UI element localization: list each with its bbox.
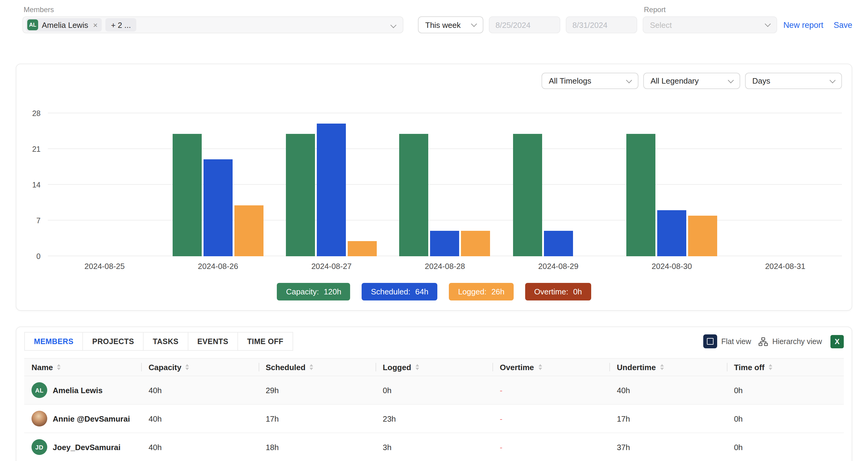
tabs-row: MEMBERSPROJECTSTASKSEVENTSTIME OFF Flat … — [17, 332, 851, 351]
legend-overtime-button[interactable]: Overtime:0h — [525, 283, 591, 301]
cell-capacity: 40h — [142, 376, 259, 404]
tab-tasks[interactable]: TASKS — [143, 332, 188, 351]
sort-icon[interactable] — [310, 364, 313, 370]
members-select[interactable]: AL Amelia Lewis × + 2 ... — [23, 17, 403, 33]
sort-icon[interactable] — [57, 364, 61, 370]
view-controls: Flat view Hierarchy view X — [703, 334, 844, 348]
bar-group-2024-08-29 — [501, 113, 615, 256]
bar-logged-2024-08-26 — [235, 205, 264, 256]
granularity-select[interactable]: Days — [745, 73, 842, 89]
name-cell: JDJoey_DevSamurai — [24, 433, 142, 461]
legend-value: 64h — [415, 287, 428, 296]
flat-view-button[interactable]: Flat view — [703, 334, 751, 348]
chip-remove-icon[interactable]: × — [93, 21, 97, 29]
member-chip-avatar: AL — [27, 20, 38, 30]
sort-icon[interactable] — [660, 364, 663, 370]
bar-scheduled-2024-08-28 — [430, 231, 460, 256]
export-excel-icon[interactable]: X — [831, 335, 844, 348]
avatar-initials: JD — [31, 439, 47, 455]
column-header-name[interactable]: Name — [24, 359, 142, 376]
tab-projects[interactable]: PROJECTS — [83, 332, 144, 351]
tab-members[interactable]: MEMBERS — [24, 332, 83, 351]
bar-scheduled-2024-08-27 — [317, 124, 346, 256]
sort-up-caret — [57, 364, 61, 367]
cell-capacity: 40h — [142, 405, 259, 433]
sort-icon[interactable] — [415, 364, 419, 370]
sort-down-caret — [769, 368, 772, 370]
save-button[interactable]: Save — [834, 20, 852, 29]
sort-down-caret — [415, 368, 419, 370]
column-label: Overtime — [500, 363, 534, 372]
chevron-down-icon — [471, 21, 477, 27]
member-chip: AL Amelia Lewis × — [26, 18, 102, 31]
column-label: Scheduled — [266, 363, 306, 372]
cell-logged: 23h — [376, 405, 493, 433]
start-date-input[interactable] — [489, 17, 560, 33]
legendary-filter-value: All Legendary — [651, 76, 699, 85]
sort-up-caret — [660, 364, 663, 367]
flat-view-icon — [703, 334, 717, 348]
report-label: Report — [643, 5, 777, 14]
x-axis-label: 2024-08-29 — [501, 262, 615, 271]
members-filter-group: Members AL Amelia Lewis × + 2 ... — [23, 5, 403, 33]
y-axis-tick: 21 — [32, 145, 40, 153]
bar-capacity-2024-08-27 — [286, 133, 315, 256]
bar-logged-2024-08-28 — [461, 231, 490, 256]
legend-logged-button[interactable]: Logged:26h — [449, 283, 513, 301]
cell-overtime: - — [492, 433, 610, 461]
legend-scheduled-button[interactable]: Scheduled:64h — [362, 283, 438, 301]
cell-undertime: 37h — [610, 433, 727, 461]
tab-time-off[interactable]: TIME OFF — [238, 332, 293, 351]
timelogs-filter-select[interactable]: All Timelogs — [541, 73, 639, 89]
bar-chart: 07142128 — [26, 113, 842, 256]
sort-icon[interactable] — [538, 364, 542, 370]
table-row-amelia-lewis: ALAmelia Lewis40h29h0h-40h0h — [24, 376, 844, 405]
table-header-row: NameCapacityScheduledLoggedOvertimeUnder… — [24, 358, 844, 376]
period-select[interactable]: This week — [418, 17, 484, 33]
cell-overtime: - — [492, 376, 610, 404]
hierarchy-view-button[interactable]: Hierarchy view — [758, 337, 822, 346]
column-header-capacity[interactable]: Capacity — [142, 359, 259, 376]
legend-label: Scheduled: — [371, 287, 410, 296]
member-chip-name: Amelia Lewis — [42, 20, 88, 29]
bar-group-2024-08-25 — [48, 113, 161, 256]
bar-group-2024-08-28 — [388, 113, 502, 256]
report-select[interactable]: Select — [643, 17, 777, 33]
column-label: Undertime — [617, 363, 656, 372]
member-name: Amelia Lewis — [53, 386, 103, 395]
column-header-logged[interactable]: Logged — [376, 359, 493, 376]
granularity-value: Days — [752, 76, 770, 85]
cell-scheduled: 29h — [258, 376, 376, 404]
timelogs-filter-value: All Timelogs — [549, 76, 591, 85]
report-select-placeholder: Select — [650, 20, 672, 29]
column-header-undertime[interactable]: Undertime — [610, 359, 727, 376]
column-header-time-off[interactable]: Time off — [726, 359, 844, 376]
column-header-overtime[interactable]: Overtime — [492, 359, 610, 376]
column-header-scheduled[interactable]: Scheduled — [258, 359, 376, 376]
name-cell: Annie @DevSamurai — [24, 405, 142, 433]
cell-logged: 3h — [376, 433, 493, 461]
legendary-filter-select[interactable]: All Legendary — [643, 73, 740, 89]
legend-capacity-button[interactable]: Capacity:120h — [277, 283, 350, 301]
sort-icon[interactable] — [186, 364, 189, 370]
sort-down-caret — [57, 368, 61, 370]
sort-up-caret — [538, 364, 542, 367]
column-label: Logged — [383, 363, 411, 372]
more-members-chip[interactable]: + 2 ... — [105, 18, 136, 31]
legend-label: Overtime: — [534, 287, 568, 296]
sort-down-caret — [186, 368, 189, 370]
chevron-down-icon — [728, 77, 734, 83]
sort-down-caret — [660, 368, 663, 370]
bar-group-2024-08-27 — [275, 113, 388, 256]
sort-down-caret — [538, 368, 542, 370]
bar-groups — [48, 113, 842, 256]
bar-capacity-2024-08-26 — [173, 133, 202, 256]
tab-events[interactable]: EVENTS — [187, 332, 238, 351]
x-axis-label: 2024-08-31 — [728, 262, 842, 271]
new-report-button[interactable]: New report — [783, 20, 823, 29]
end-date-input[interactable] — [566, 17, 637, 33]
cell-time-off: 0h — [726, 405, 844, 433]
table-card: MEMBERSPROJECTSTASKSEVENTSTIME OFF Flat … — [16, 327, 852, 461]
sort-icon[interactable] — [769, 364, 772, 370]
bar-scheduled-2024-08-30 — [657, 210, 686, 256]
